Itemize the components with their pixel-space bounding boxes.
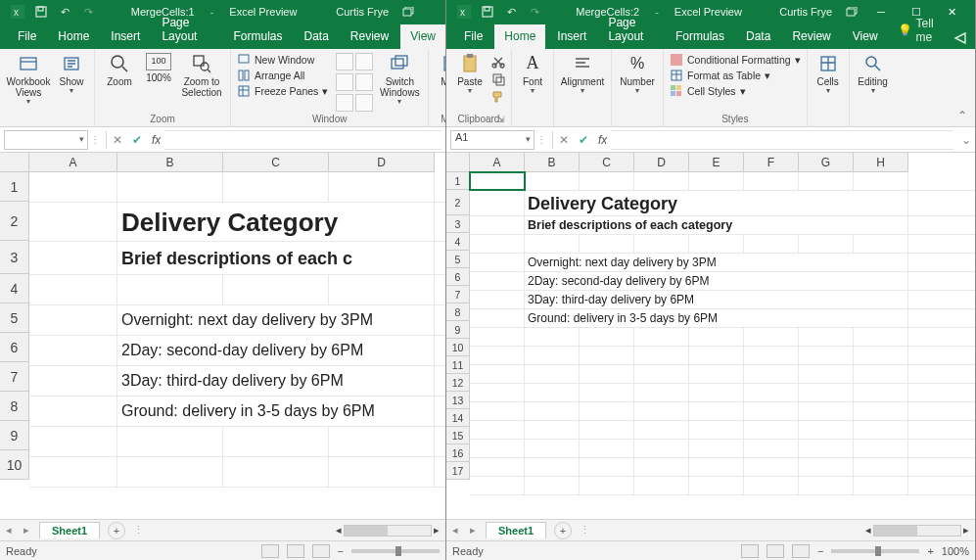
- scroll-right-icon[interactable]: ▸: [963, 524, 969, 537]
- row-header[interactable]: 4: [446, 233, 470, 251]
- tab-file[interactable]: File: [8, 24, 46, 49]
- arrange-all-button[interactable]: Arrange All: [237, 69, 328, 82]
- undo-icon[interactable]: ↶: [503, 4, 519, 20]
- grid-left[interactable]: A B C D 1 2 3 4 5 6 7 8 9 10 Delivery Ca…: [0, 153, 445, 519]
- unhide-icon[interactable]: [336, 94, 353, 112]
- new-window-button[interactable]: New Window: [237, 53, 328, 67]
- view-break-icon[interactable]: [792, 544, 810, 558]
- cancel-icon[interactable]: ✕: [559, 133, 569, 147]
- zoom-out-icon[interactable]: −: [817, 545, 823, 557]
- row-header[interactable]: 15: [446, 427, 470, 444]
- row-header[interactable]: 1: [0, 172, 29, 202]
- row-header[interactable]: 8: [0, 392, 29, 421]
- row-header[interactable]: 10: [0, 450, 29, 480]
- content-cell[interactable]: Ground: delivery in 3-5 days by 6PM: [117, 397, 435, 426]
- col-header[interactable]: B: [525, 153, 580, 172]
- cancel-icon[interactable]: ✕: [113, 133, 122, 147]
- content-cell[interactable]: Overnight: next day delivery by 3PM: [525, 254, 908, 271]
- editing-button[interactable]: Editing▾: [856, 53, 891, 96]
- tab-formulas[interactable]: Formulas: [223, 24, 292, 49]
- number-button[interactable]: %Number▾: [618, 53, 657, 96]
- row-header[interactable]: 14: [446, 409, 470, 427]
- col-header[interactable]: C: [580, 153, 634, 172]
- row-header[interactable]: 11: [446, 356, 470, 374]
- row-header[interactable]: 17: [446, 462, 470, 480]
- sheet-nav-next-icon[interactable]: ▸: [464, 524, 482, 537]
- row-header[interactable]: 7: [446, 286, 470, 303]
- zoom-100-button[interactable]: 100100%: [142, 53, 175, 83]
- row-header[interactable]: 2: [0, 202, 29, 241]
- font-button[interactable]: AFont▾: [518, 53, 547, 96]
- cells-button[interactable]: Cells▾: [813, 53, 843, 96]
- cut-icon[interactable]: [491, 55, 505, 69]
- title-cell[interactable]: Delivery Category: [117, 203, 435, 242]
- window-restore-icon[interactable]: [400, 4, 416, 20]
- name-box[interactable]: ▾: [4, 130, 88, 150]
- tab-view[interactable]: View: [400, 24, 445, 49]
- zoom-in-icon[interactable]: +: [927, 545, 933, 557]
- content-cell[interactable]: 2Day: second-day delivery by 6PM: [525, 272, 908, 290]
- zoom-button[interactable]: Zoom: [101, 53, 138, 87]
- view-side-icon[interactable]: [355, 53, 373, 70]
- col-header[interactable]: D: [634, 153, 689, 172]
- hide-icon[interactable]: [336, 73, 353, 91]
- sync-scroll-icon[interactable]: [355, 73, 373, 91]
- content-cell[interactable]: 2Day: second-day delivery by 6PM: [117, 336, 435, 365]
- row-header[interactable]: 9: [446, 321, 470, 339]
- split-icon[interactable]: [336, 53, 353, 70]
- tab-data[interactable]: Data: [736, 24, 780, 49]
- row-header[interactable]: 5: [446, 251, 470, 268]
- formula-input[interactable]: [611, 130, 953, 150]
- new-sheet-icon[interactable]: +: [108, 522, 125, 539]
- row-header[interactable]: 13: [446, 392, 470, 409]
- sheet-nav-next-icon[interactable]: ▸: [18, 524, 35, 537]
- macros-button[interactable]: Macr: [435, 53, 445, 87]
- workbook-views-button[interactable]: Workbook Views▾: [6, 53, 51, 107]
- col-header[interactable]: B: [117, 153, 223, 172]
- subtitle-cell[interactable]: Brief descriptions of each category: [525, 216, 908, 234]
- row-header[interactable]: 1: [446, 172, 470, 190]
- save-icon[interactable]: [33, 4, 49, 20]
- row-header[interactable]: 2: [446, 190, 470, 215]
- row-header[interactable]: 8: [446, 303, 470, 321]
- row-header[interactable]: 6: [0, 333, 29, 362]
- tab-data[interactable]: Data: [294, 24, 338, 49]
- col-header[interactable]: F: [744, 153, 799, 172]
- tab-review[interactable]: Review: [341, 24, 398, 49]
- view-break-icon[interactable]: [312, 544, 330, 558]
- alignment-button[interactable]: Alignment▾: [560, 53, 605, 96]
- row-header[interactable]: 6: [446, 268, 470, 286]
- undo-icon[interactable]: ↶: [57, 4, 72, 20]
- format-painter-icon[interactable]: [491, 90, 505, 104]
- row-header[interactable]: 9: [0, 421, 29, 450]
- col-header[interactable]: A: [470, 153, 525, 172]
- save-icon[interactable]: [480, 4, 495, 20]
- sheet-tab[interactable]: Sheet1: [486, 522, 546, 538]
- row-header[interactable]: 4: [0, 274, 29, 303]
- reset-pos-icon[interactable]: [355, 94, 373, 112]
- scroll-right-icon[interactable]: ▸: [434, 524, 440, 537]
- sheet-nav-prev-icon[interactable]: ◂: [446, 524, 464, 537]
- tab-formulas[interactable]: Formulas: [666, 24, 734, 49]
- col-header[interactable]: G: [799, 153, 854, 172]
- enter-icon[interactable]: ✔: [132, 133, 142, 147]
- select-all-corner[interactable]: [0, 153, 29, 172]
- content-cell[interactable]: Ground: delivery in 3-5 days by 6PM: [525, 309, 908, 327]
- zoom-slider[interactable]: [351, 549, 440, 553]
- freeze-panes-button[interactable]: Freeze Panes ▾: [237, 84, 328, 98]
- collapse-ribbon-icon[interactable]: ⌃: [950, 105, 975, 126]
- scroll-left-icon[interactable]: ◂: [336, 524, 342, 537]
- tell-me[interactable]: 💡Tell me: [890, 12, 944, 49]
- view-layout-icon[interactable]: [767, 544, 784, 558]
- show-button[interactable]: Show▾: [55, 53, 88, 96]
- expand-fbar-icon[interactable]: ⌄: [957, 133, 975, 147]
- zoom-readout[interactable]: 100%: [942, 545, 969, 557]
- view-normal-icon[interactable]: [261, 544, 279, 558]
- row-header[interactable]: 10: [446, 339, 470, 356]
- tab-insert[interactable]: Insert: [101, 24, 150, 49]
- row-header[interactable]: 7: [0, 362, 29, 392]
- name-box[interactable]: A1▾: [450, 130, 534, 150]
- col-header[interactable]: D: [329, 153, 435, 172]
- fx-icon[interactable]: fx: [152, 133, 161, 147]
- enter-icon[interactable]: ✔: [579, 133, 588, 147]
